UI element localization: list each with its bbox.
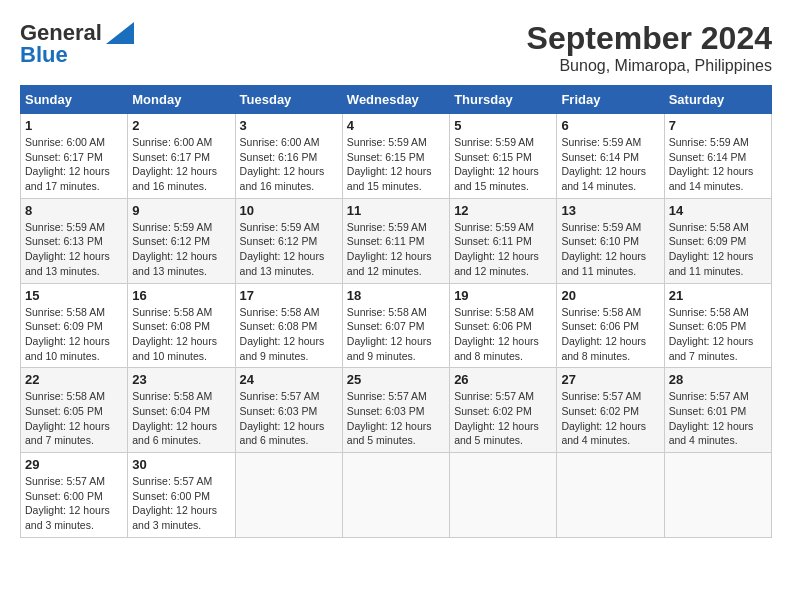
day-info: Sunrise: 5:58 AM Sunset: 6:05 PM Dayligh… <box>25 389 123 448</box>
day-number: 6 <box>561 118 659 133</box>
calendar-cell: 10Sunrise: 5:59 AM Sunset: 6:12 PM Dayli… <box>235 198 342 283</box>
day-info: Sunrise: 5:59 AM Sunset: 6:15 PM Dayligh… <box>347 135 445 194</box>
day-info: Sunrise: 5:58 AM Sunset: 6:07 PM Dayligh… <box>347 305 445 364</box>
day-info: Sunrise: 5:57 AM Sunset: 6:02 PM Dayligh… <box>454 389 552 448</box>
calendar-cell: 28Sunrise: 5:57 AM Sunset: 6:01 PM Dayli… <box>664 368 771 453</box>
calendar-week-row: 22Sunrise: 5:58 AM Sunset: 6:05 PM Dayli… <box>21 368 772 453</box>
day-number: 9 <box>132 203 230 218</box>
calendar-cell: 22Sunrise: 5:58 AM Sunset: 6:05 PM Dayli… <box>21 368 128 453</box>
col-thursday: Thursday <box>450 86 557 114</box>
day-number: 1 <box>25 118 123 133</box>
day-number: 28 <box>669 372 767 387</box>
day-info: Sunrise: 5:58 AM Sunset: 6:08 PM Dayligh… <box>240 305 338 364</box>
day-info: Sunrise: 5:59 AM Sunset: 6:13 PM Dayligh… <box>25 220 123 279</box>
day-number: 29 <box>25 457 123 472</box>
day-info: Sunrise: 5:59 AM Sunset: 6:11 PM Dayligh… <box>347 220 445 279</box>
day-info: Sunrise: 5:57 AM Sunset: 6:00 PM Dayligh… <box>25 474 123 533</box>
calendar-cell: 21Sunrise: 5:58 AM Sunset: 6:05 PM Dayli… <box>664 283 771 368</box>
col-saturday: Saturday <box>664 86 771 114</box>
day-info: Sunrise: 5:59 AM Sunset: 6:15 PM Dayligh… <box>454 135 552 194</box>
calendar-cell: 24Sunrise: 5:57 AM Sunset: 6:03 PM Dayli… <box>235 368 342 453</box>
day-number: 13 <box>561 203 659 218</box>
calendar-table: Sunday Monday Tuesday Wednesday Thursday… <box>20 85 772 538</box>
calendar-cell <box>450 453 557 538</box>
calendar-cell: 19Sunrise: 5:58 AM Sunset: 6:06 PM Dayli… <box>450 283 557 368</box>
day-number: 3 <box>240 118 338 133</box>
calendar-cell: 29Sunrise: 5:57 AM Sunset: 6:00 PM Dayli… <box>21 453 128 538</box>
day-info: Sunrise: 5:59 AM Sunset: 6:12 PM Dayligh… <box>240 220 338 279</box>
day-info: Sunrise: 5:59 AM Sunset: 6:11 PM Dayligh… <box>454 220 552 279</box>
col-wednesday: Wednesday <box>342 86 449 114</box>
calendar-cell: 11Sunrise: 5:59 AM Sunset: 6:11 PM Dayli… <box>342 198 449 283</box>
day-number: 4 <box>347 118 445 133</box>
title-block: September 2024 Bunog, Mimaropa, Philippi… <box>527 20 772 75</box>
day-number: 17 <box>240 288 338 303</box>
day-info: Sunrise: 5:58 AM Sunset: 6:08 PM Dayligh… <box>132 305 230 364</box>
calendar-cell <box>342 453 449 538</box>
svg-marker-0 <box>106 22 134 44</box>
day-number: 12 <box>454 203 552 218</box>
day-info: Sunrise: 5:58 AM Sunset: 6:05 PM Dayligh… <box>669 305 767 364</box>
col-tuesday: Tuesday <box>235 86 342 114</box>
calendar-cell: 20Sunrise: 5:58 AM Sunset: 6:06 PM Dayli… <box>557 283 664 368</box>
calendar-cell: 12Sunrise: 5:59 AM Sunset: 6:11 PM Dayli… <box>450 198 557 283</box>
calendar-cell <box>557 453 664 538</box>
calendar-week-row: 8Sunrise: 5:59 AM Sunset: 6:13 PM Daylig… <box>21 198 772 283</box>
calendar-cell: 14Sunrise: 5:58 AM Sunset: 6:09 PM Dayli… <box>664 198 771 283</box>
page-title: September 2024 <box>527 20 772 57</box>
day-number: 19 <box>454 288 552 303</box>
day-info: Sunrise: 5:57 AM Sunset: 6:03 PM Dayligh… <box>240 389 338 448</box>
day-info: Sunrise: 5:59 AM Sunset: 6:14 PM Dayligh… <box>561 135 659 194</box>
day-number: 7 <box>669 118 767 133</box>
calendar-cell: 7Sunrise: 5:59 AM Sunset: 6:14 PM Daylig… <box>664 114 771 199</box>
day-info: Sunrise: 5:58 AM Sunset: 6:06 PM Dayligh… <box>454 305 552 364</box>
day-number: 10 <box>240 203 338 218</box>
day-info: Sunrise: 5:57 AM Sunset: 6:02 PM Dayligh… <box>561 389 659 448</box>
col-friday: Friday <box>557 86 664 114</box>
page-header: General Blue September 2024 Bunog, Mimar… <box>20 20 772 75</box>
calendar-cell: 18Sunrise: 5:58 AM Sunset: 6:07 PM Dayli… <box>342 283 449 368</box>
day-info: Sunrise: 5:57 AM Sunset: 6:00 PM Dayligh… <box>132 474 230 533</box>
col-monday: Monday <box>128 86 235 114</box>
calendar-cell: 16Sunrise: 5:58 AM Sunset: 6:08 PM Dayli… <box>128 283 235 368</box>
day-number: 24 <box>240 372 338 387</box>
day-number: 25 <box>347 372 445 387</box>
calendar-week-row: 29Sunrise: 5:57 AM Sunset: 6:00 PM Dayli… <box>21 453 772 538</box>
day-info: Sunrise: 6:00 AM Sunset: 6:17 PM Dayligh… <box>25 135 123 194</box>
calendar-cell: 17Sunrise: 5:58 AM Sunset: 6:08 PM Dayli… <box>235 283 342 368</box>
day-info: Sunrise: 5:57 AM Sunset: 6:03 PM Dayligh… <box>347 389 445 448</box>
logo: General Blue <box>20 20 134 68</box>
day-info: Sunrise: 6:00 AM Sunset: 6:17 PM Dayligh… <box>132 135 230 194</box>
day-info: Sunrise: 5:58 AM Sunset: 6:09 PM Dayligh… <box>25 305 123 364</box>
day-info: Sunrise: 5:58 AM Sunset: 6:09 PM Dayligh… <box>669 220 767 279</box>
calendar-cell: 13Sunrise: 5:59 AM Sunset: 6:10 PM Dayli… <box>557 198 664 283</box>
day-number: 11 <box>347 203 445 218</box>
calendar-cell: 25Sunrise: 5:57 AM Sunset: 6:03 PM Dayli… <box>342 368 449 453</box>
day-number: 2 <box>132 118 230 133</box>
calendar-cell: 3Sunrise: 6:00 AM Sunset: 6:16 PM Daylig… <box>235 114 342 199</box>
calendar-week-row: 1Sunrise: 6:00 AM Sunset: 6:17 PM Daylig… <box>21 114 772 199</box>
day-info: Sunrise: 6:00 AM Sunset: 6:16 PM Dayligh… <box>240 135 338 194</box>
logo-icon <box>106 22 134 44</box>
day-number: 8 <box>25 203 123 218</box>
day-number: 27 <box>561 372 659 387</box>
calendar-header-row: Sunday Monday Tuesday Wednesday Thursday… <box>21 86 772 114</box>
logo-blue-text: Blue <box>20 42 68 68</box>
calendar-week-row: 15Sunrise: 5:58 AM Sunset: 6:09 PM Dayli… <box>21 283 772 368</box>
day-info: Sunrise: 5:58 AM Sunset: 6:04 PM Dayligh… <box>132 389 230 448</box>
day-info: Sunrise: 5:58 AM Sunset: 6:06 PM Dayligh… <box>561 305 659 364</box>
col-sunday: Sunday <box>21 86 128 114</box>
calendar-cell: 4Sunrise: 5:59 AM Sunset: 6:15 PM Daylig… <box>342 114 449 199</box>
day-number: 14 <box>669 203 767 218</box>
day-number: 26 <box>454 372 552 387</box>
calendar-cell: 26Sunrise: 5:57 AM Sunset: 6:02 PM Dayli… <box>450 368 557 453</box>
day-number: 21 <box>669 288 767 303</box>
day-number: 30 <box>132 457 230 472</box>
page-subtitle: Bunog, Mimaropa, Philippines <box>527 57 772 75</box>
day-number: 22 <box>25 372 123 387</box>
calendar-cell: 2Sunrise: 6:00 AM Sunset: 6:17 PM Daylig… <box>128 114 235 199</box>
day-number: 20 <box>561 288 659 303</box>
day-info: Sunrise: 5:59 AM Sunset: 6:10 PM Dayligh… <box>561 220 659 279</box>
day-number: 18 <box>347 288 445 303</box>
calendar-cell: 9Sunrise: 5:59 AM Sunset: 6:12 PM Daylig… <box>128 198 235 283</box>
